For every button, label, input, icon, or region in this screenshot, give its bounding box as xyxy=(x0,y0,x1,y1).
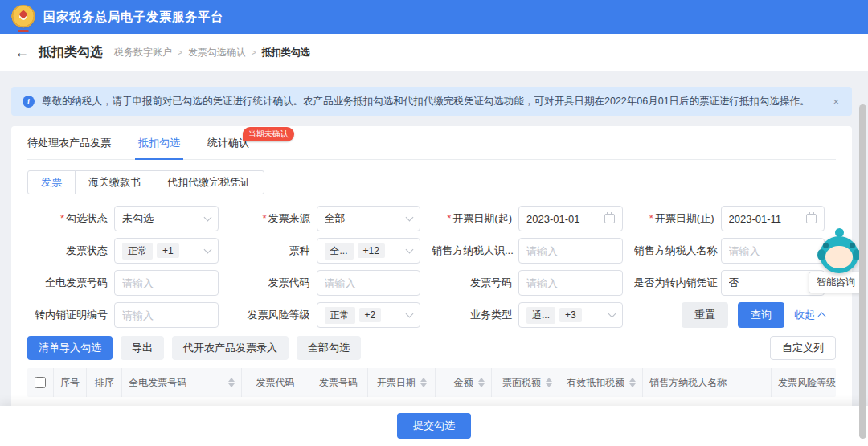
table-header: 序号 排序 全电发票号码 发票代码 发票号码 开票日期 金额 票面税额 有效抵扣… xyxy=(27,368,836,397)
back-arrow-icon[interactable]: ← xyxy=(14,45,29,59)
transfer-cert-number-input[interactable] xyxy=(122,309,211,321)
sort-icon[interactable] xyxy=(420,378,427,387)
risk-level-multiselect[interactable]: 正常 +2 xyxy=(317,302,421,328)
col-issue-date: 开票日期 xyxy=(368,368,436,397)
breadcrumb: 税务数字账户 > 发票勾选确认 > 抵扣类勾选 xyxy=(114,46,310,59)
breadcrumb-item[interactable]: 发票勾选确认 xyxy=(188,46,246,59)
col-seller-name: 销售方纳税人名称 xyxy=(643,368,772,397)
page-title-bar: ← 抵扣类勾选 税务数字账户 > 发票勾选确认 > 抵扣类勾选 xyxy=(0,34,868,71)
col-amount: 金额 xyxy=(436,368,491,397)
select-all-checkbox[interactable] xyxy=(35,377,46,388)
page-title: 抵扣类勾选 xyxy=(39,44,103,61)
field-label: 销售方纳税人识... xyxy=(432,243,518,258)
tax-bureau-emblem-icon xyxy=(11,5,35,29)
info-icon: i xyxy=(23,96,35,108)
transfer-cert-number-field[interactable] xyxy=(114,302,219,328)
filter-issue-date-end: *开票日期(止) 2023-01-11 xyxy=(634,206,837,231)
invoice-code-input[interactable] xyxy=(325,277,413,289)
filter-invoice-code: 发票代码 xyxy=(230,270,432,296)
chevron-down-icon xyxy=(406,214,414,222)
submit-check-button[interactable]: 提交勾选 xyxy=(397,413,471,439)
filter-invoice-number: 发票号码 xyxy=(432,270,634,296)
filter-actions: 重置 查询 收起 xyxy=(634,302,837,328)
collapse-link[interactable]: 收起 xyxy=(794,308,825,322)
tab-deduction-check[interactable]: 抵扣勾选 xyxy=(138,126,180,159)
filter-seller-tax-id: 销售方纳税人识... xyxy=(432,238,634,264)
selected-tag: 通... xyxy=(526,307,555,324)
sort-icon[interactable] xyxy=(546,378,552,387)
filter-row-2: 发票状态 正常 +1 票种 全... +12 销售方纳税人识... 销售方纳税人… xyxy=(27,235,836,267)
issue-date-start-picker[interactable]: 2023-01-01 xyxy=(518,206,623,231)
invoice-number-field[interactable] xyxy=(518,270,623,296)
breadcrumb-separator: > xyxy=(252,48,256,57)
business-type-multiselect[interactable]: 通... +3 xyxy=(518,302,623,328)
seller-tax-id-field[interactable] xyxy=(518,238,623,264)
required-mark: * xyxy=(649,212,653,224)
field-label: 发票代码 xyxy=(230,276,317,290)
seller-name-input[interactable] xyxy=(729,245,817,257)
ticket-type-multiselect[interactable]: 全... +12 xyxy=(317,238,421,264)
breadcrumb-item-current: 抵扣类勾选 xyxy=(262,46,310,59)
invoice-status-multiselect[interactable]: 正常 +1 xyxy=(114,238,219,264)
required-mark: * xyxy=(262,212,266,224)
field-label: *勾选状态 xyxy=(27,211,114,226)
close-icon[interactable]: × xyxy=(831,96,841,108)
invoice-code-field[interactable] xyxy=(317,270,421,296)
select-value: 全部 xyxy=(325,211,346,226)
invoice-number-input[interactable] xyxy=(526,277,615,289)
tab-label: 待处理农产品发票 xyxy=(27,136,111,150)
filter-issue-date-start: *开票日期(起) 2023-01-01 xyxy=(432,206,634,231)
filter-check-status: *勾选状态 未勾选 xyxy=(27,206,230,231)
tab-statistics-confirm[interactable]: 统计确认 当期未确认 xyxy=(207,126,249,159)
invoice-source-select[interactable]: 全部 xyxy=(317,206,421,231)
col-invoice-no: 发票号码 xyxy=(309,368,368,397)
calendar-icon xyxy=(806,214,817,223)
voucher-type-group: 发票 海关缴款书 代扣代缴完税凭证 xyxy=(27,170,836,194)
filter-row-3: 全电发票号码 发票代码 发票号码 是否为转内销凭证 否 xyxy=(27,267,836,299)
field-label: 发票号码 xyxy=(432,276,518,290)
vertical-scrollbar[interactable] xyxy=(859,104,866,439)
select-value: 否 xyxy=(729,276,739,290)
seller-tax-id-input[interactable] xyxy=(526,245,615,257)
reset-button[interactable]: 重置 xyxy=(682,302,728,328)
search-button[interactable]: 查询 xyxy=(738,302,784,328)
einvoice-number-field[interactable] xyxy=(114,270,219,296)
collapse-label: 收起 xyxy=(794,308,815,322)
subtab-invoice[interactable]: 发票 xyxy=(27,170,76,194)
field-label: *开票日期(起) xyxy=(432,211,518,226)
custom-columns-button[interactable]: 自定义列 xyxy=(770,336,836,360)
agri-invoice-entry-button[interactable]: 代开农产品发票录入 xyxy=(172,336,289,360)
breadcrumb-item[interactable]: 税务数字账户 xyxy=(114,46,172,59)
chevron-down-icon xyxy=(203,246,211,254)
seller-name-field[interactable] xyxy=(721,238,825,264)
import-check-list-button[interactable]: 清单导入勾选 xyxy=(27,336,113,360)
field-label: 票种 xyxy=(230,243,317,258)
date-value: 2023-01-01 xyxy=(526,213,580,225)
col-einvoice-no: 全电发票号码 xyxy=(122,368,242,397)
required-mark: * xyxy=(447,212,451,224)
tab-pending-agri-invoices[interactable]: 待处理农产品发票 xyxy=(27,126,111,159)
field-label: *开票日期(止) xyxy=(634,211,721,226)
col-invoice-code: 发票代码 xyxy=(242,368,309,397)
col-label: 全电发票号码 xyxy=(129,376,186,390)
sort-icon[interactable] xyxy=(228,378,235,387)
chevron-down-icon xyxy=(406,246,414,254)
field-label: 业务类型 xyxy=(432,308,518,322)
tab-bar: 待处理农产品发票 抵扣勾选 统计确认 当期未确认 xyxy=(27,126,836,160)
select-all-button[interactable]: 全部勾选 xyxy=(297,336,361,360)
field-label: 销售方纳税人名称 xyxy=(634,243,721,258)
check-status-select[interactable]: 未勾选 xyxy=(114,206,219,231)
footer-bar: 提交勾选 xyxy=(0,406,868,446)
export-button[interactable]: 导出 xyxy=(121,336,164,360)
more-count-tag: +2 xyxy=(359,308,382,322)
sort-icon[interactable] xyxy=(478,378,485,387)
select-all-checkbox-cell xyxy=(27,368,54,397)
sort-icon[interactable] xyxy=(629,378,636,387)
issue-date-end-picker[interactable]: 2023-01-11 xyxy=(721,206,825,231)
einvoice-number-input[interactable] xyxy=(122,277,211,289)
filter-ticket-type: 票种 全... +12 xyxy=(230,238,432,264)
assistant-mascot-icon[interactable] xyxy=(818,235,860,276)
filter-risk-level: 发票风险等级 正常 +2 xyxy=(230,302,432,328)
subtab-withholding-tax-cert[interactable]: 代扣代缴完税凭证 xyxy=(154,170,264,194)
subtab-customs-payment[interactable]: 海关缴款书 xyxy=(75,170,154,194)
